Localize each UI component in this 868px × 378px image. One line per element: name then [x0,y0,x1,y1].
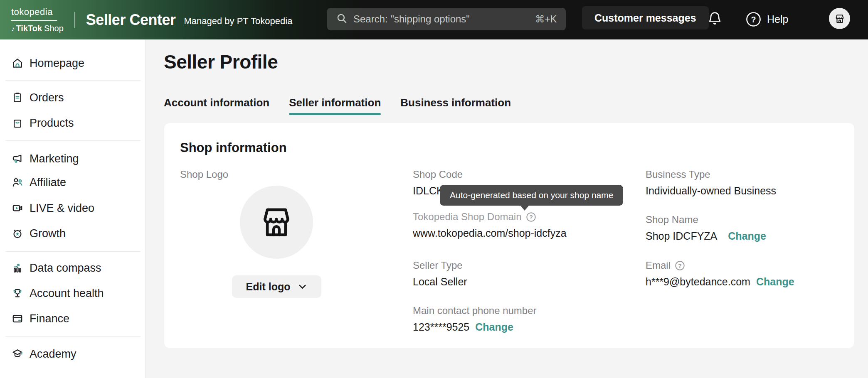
managed-by-text: Managed by PT Tokopedia [184,13,292,27]
shop-name-value: Shop IDCFYZA [646,230,717,242]
shop-name-label: Shop Name [646,214,766,226]
storefront-icon [833,12,846,25]
business-type-label: Business Type [646,169,776,180]
sidebar-item-orders[interactable]: Orders [11,88,64,107]
card-title: Shop information [180,140,287,155]
field-email: Email ? h***9@bytedance.com Change [646,260,794,288]
notification-bell-icon[interactable] [707,10,723,30]
field-business-type: Business Type Individually-owned Busines… [646,169,776,197]
tab-account-information[interactable]: Account information [164,96,269,109]
sidebar-item-data-compass[interactable]: Data compass [11,259,101,277]
sidebar-nav: HomepageOrdersProductsMarketingAffiliate… [0,39,145,378]
phone-value: 123****9525 [413,321,469,333]
tab-business-information[interactable]: Business information [400,96,511,109]
question-circle-icon[interactable]: ? [675,260,685,271]
top-header: tokopedia ♪ TikTok Shop Seller Center Ma… [0,0,868,39]
products-icon [11,117,24,129]
sidebar-item-affiliate[interactable]: Affiliate [11,173,66,191]
header-vertical-divider [74,12,75,28]
sidebar-item-growth[interactable]: Growth [11,224,66,243]
sidebar-divider [5,251,141,252]
marketing-icon [11,152,24,165]
tooltip-arrow [520,205,529,211]
help-label: Help [767,13,788,25]
seller-type-label: Seller Type [413,260,467,271]
shop-information-card: Shop information Shop Logo Edit logo Sho… [164,123,854,348]
field-phone: Main contact phone number 123****9525 Ch… [413,305,537,333]
field-seller-type: Seller Type Local Seller [413,260,467,288]
change-phone-link[interactable]: Change [475,321,513,333]
svg-text:?: ? [529,214,533,220]
sidebar-item-marketing[interactable]: Marketing [11,150,79,168]
sidebar-item-account-health[interactable]: Account health [11,284,104,302]
search-shortcut-hint: ⌘+K [535,14,557,25]
brand-logo[interactable]: tokopedia ♪ TikTok Shop [11,7,64,33]
finance-icon [11,312,24,325]
shop-code-label: Shop Code [413,169,463,180]
sidebar-divider [5,336,141,337]
email-label: Email [646,260,671,271]
global-search-bar[interactable]: ⌘+K [327,8,566,30]
change-email-link[interactable]: Change [756,276,794,288]
chevron-down-icon [298,282,307,292]
customer-messages-button[interactable]: Customer messages [582,6,709,29]
account-health-icon [11,287,24,299]
app-title: Seller Center [86,11,176,29]
help-menu[interactable]: ? Help [745,11,788,27]
tokopedia-wordmark: tokopedia [11,7,64,17]
tabs: Account informationSeller informationBus… [164,96,511,109]
sidebar-item-academy[interactable]: Academy [11,345,76,363]
shop-avatar[interactable] [829,8,850,29]
edit-logo-button[interactable]: Edit logo [232,275,321,298]
academy-icon [11,348,24,360]
search-input[interactable] [353,13,529,25]
home-icon [11,57,24,69]
sidebar-item-finance[interactable]: Finance [11,309,69,328]
brand-divider [11,20,57,21]
svg-text:?: ? [751,15,756,24]
tab-seller-information[interactable]: Seller information [289,96,381,109]
edit-logo-label: Edit logo [246,281,291,293]
tiktok-shop-wordmark: ♪ TikTok Shop [11,24,64,33]
shop-domain-label: Tokopedia Shop Domain [413,211,522,223]
search-icon [336,13,348,26]
help-icon: ? [745,11,762,27]
orders-icon [11,91,24,104]
growth-icon [11,227,24,240]
sidebar-item-homepage[interactable]: Homepage [11,54,84,72]
business-type-value: Individually-owned Business [646,184,776,197]
sidebar-item-products[interactable]: Products [11,114,74,132]
field-shop-name: Shop Name Shop IDCFYZA Change [646,214,766,242]
question-circle-icon[interactable]: ? [526,212,536,222]
shop-label: Shop [44,24,64,33]
page-title: Seller Profile [164,51,278,73]
shop-logo-image [240,186,313,259]
sidebar-item-live-video[interactable]: LIVE & video [11,199,94,217]
data-compass-icon [11,262,24,274]
affiliate-icon [11,176,24,189]
shop-domain-value: www.tokopedia.com/shop-idcfyza [413,227,567,239]
storefront-icon [256,201,297,243]
tiktok-label: TikTok [16,24,42,33]
shop-logo-label: Shop Logo [180,169,228,180]
svg-text:?: ? [678,262,682,269]
tooltip: Auto-generated based on your shop name [440,185,623,206]
field-shop-domain: Tokopedia Shop Domain ? www.tokopedia.co… [413,211,567,239]
seller-type-value: Local Seller [413,275,467,288]
change-shop-name-link[interactable]: Change [728,230,766,242]
phone-label: Main contact phone number [413,305,537,317]
live-video-icon [11,202,24,214]
sidebar-divider [5,80,141,81]
tiktok-note-icon: ♪ [11,25,15,33]
email-value: h***9@bytedance.com [646,275,750,288]
sidebar-divider [5,140,141,141]
